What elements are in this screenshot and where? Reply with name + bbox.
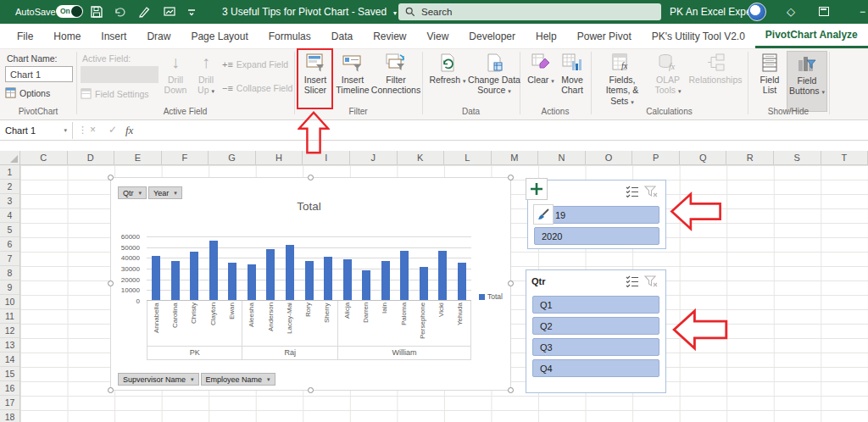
row-header-1[interactable]: 1 [0,165,19,180]
multi-select-icon[interactable] [623,274,642,289]
options-button[interactable]: Options [5,87,50,98]
collapse-field-button[interactable]: −≡ Collapse Field [222,83,292,93]
row-header-18[interactable]: 18 [0,410,19,422]
tab-draw[interactable]: Draw [136,24,181,48]
field-settings-button[interactable]: Field Settings [81,88,149,99]
column-header-E[interactable]: E [114,151,162,164]
move-chart-button[interactable]: Move Chart [556,51,588,112]
column-header-O[interactable]: O [586,151,633,164]
name-box-caret-icon[interactable]: ▾ [64,127,67,134]
drill-down-button[interactable]: ↓ Drill Down [161,51,190,112]
column-header-R[interactable]: R [726,151,774,164]
tab-power-pivot[interactable]: Power Pivot [567,24,642,48]
premium-diamond-icon[interactable]: ◇ [787,7,795,17]
formula-input[interactable] [137,121,868,140]
column-header-L[interactable]: L [444,151,492,164]
bar-rory[interactable] [305,261,314,300]
tab-data[interactable]: Data [321,24,363,48]
field-buttons-button[interactable]: Field Buttons ▾ [787,51,827,112]
tab-page-layout[interactable]: Page Layout [181,24,258,48]
olap-tools-button[interactable]: fx OLAP Tools ▾ [651,51,685,112]
tab-review[interactable]: Review [363,24,416,48]
drill-up-button[interactable]: ↑ Drill Up ▾ [192,51,220,112]
bar-vicki[interactable] [438,251,447,300]
expand-field-button[interactable]: +≡ Expand Field [222,59,288,69]
chart-legend[interactable]: Total [479,292,503,301]
row-header-6[interactable]: 6 [0,237,19,252]
column-header-C[interactable]: C [20,151,68,164]
row-header-8[interactable]: 8 [0,266,19,280]
bar-aleesha[interactable] [248,264,256,300]
bar-sherry[interactable] [324,257,332,300]
column-header-M[interactable]: M [492,151,539,164]
column-header-T[interactable]: T [821,151,868,164]
row-header-3[interactable]: 3 [0,194,19,208]
bar-annabella[interactable] [152,256,160,300]
column-header-Q[interactable]: Q [680,151,727,164]
year-item-2020[interactable]: 2020 [534,227,659,245]
fields-items-sets-button[interactable]: fx Fields, Items, & Sets ▾ [597,51,648,112]
refresh-button[interactable]: Refresh ▾ [429,51,466,112]
bar-christy[interactable] [190,252,198,300]
clear-button[interactable]: Clear ▾ [526,51,555,112]
enter-button[interactable]: ✓ [108,124,117,136]
row-header-13[interactable]: 13 [0,338,19,353]
column-header-S[interactable]: S [774,151,821,164]
chart-resize-handle[interactable] [308,175,314,180]
qtr-item-q2[interactable]: Q2 [532,317,659,335]
qtr-item-q4[interactable]: Q4 [532,359,659,377]
row-header-15[interactable]: 15 [0,367,19,381]
column-header-D[interactable]: D [68,151,115,164]
bar-iain[interactable] [381,261,390,300]
qtr-slicer[interactable]: Qtr Q1Q2Q3Q4 [526,269,666,393]
name-box[interactable]: Chart 1▾ [0,122,73,139]
row-header-16[interactable]: 16 [0,381,19,396]
year-item-19[interactable]: 19 [534,206,659,224]
autosave-toggle[interactable]: On [56,5,83,18]
relationships-button[interactable]: Relationships [687,51,744,112]
bar-clayton[interactable] [209,241,218,300]
chart-resize-handle[interactable] [108,280,114,286]
year-field-button[interactable]: Year▾ [148,186,182,199]
row-header-9[interactable]: 9 [0,280,19,295]
filter-connections-button[interactable]: Filter Connections [371,51,420,112]
row-header-7[interactable]: 7 [0,252,19,266]
insert-function-button[interactable]: fx [125,124,133,137]
chart-resize-handle[interactable] [508,387,514,393]
row-header-2[interactable]: 2 [0,180,19,194]
column-header-F[interactable]: F [162,151,209,164]
bar-paloma[interactable] [400,251,409,300]
row-header-5[interactable]: 5 [0,223,19,237]
bar-carolina[interactable] [171,261,180,300]
bar-anderson[interactable] [266,249,275,300]
chart-name-input[interactable]: Chart 1 [5,66,73,82]
tab-developer[interactable]: Developer [459,24,526,48]
bar-yehuda[interactable] [458,263,466,300]
share-picture-icon[interactable] [163,5,176,19]
row-header-17[interactable]: 17 [0,396,19,410]
bar-ewan[interactable] [228,263,236,300]
chart-resize-handle[interactable] [508,175,514,180]
tab-help[interactable]: Help [526,24,567,48]
cancel-button[interactable]: × [90,124,96,136]
column-header-P[interactable]: P [632,151,680,164]
restore-window-icon[interactable] [819,7,829,16]
tab-file[interactable]: File [7,24,43,48]
chart-title[interactable]: Total [147,200,471,213]
qtr-item-q1[interactable]: Q1 [532,296,659,314]
tab-formulas[interactable]: Formulas [259,24,321,48]
chart-resize-handle[interactable] [108,175,114,180]
column-header-G[interactable]: G [209,151,256,164]
bar-persephone[interactable] [420,267,428,300]
chart-resize-handle[interactable] [108,387,114,393]
pivot-chart[interactable]: Qtr▾ Year▾ Total 60000500004000030000200… [110,177,511,391]
column-header-H[interactable]: H [256,151,303,164]
ribbon-options-chevron-icon[interactable] [186,5,197,19]
qtr-field-button[interactable]: Qtr▾ [118,186,147,199]
select-all-corner[interactable] [0,151,20,165]
clear-filter-icon[interactable] [642,274,660,289]
minimize-icon[interactable]: − [860,7,865,17]
account-name[interactable]: PK An Excel Expert [670,6,758,18]
bar-alicja[interactable] [343,259,352,300]
employee-name-field-button[interactable]: Employee Name▾ [201,373,275,386]
